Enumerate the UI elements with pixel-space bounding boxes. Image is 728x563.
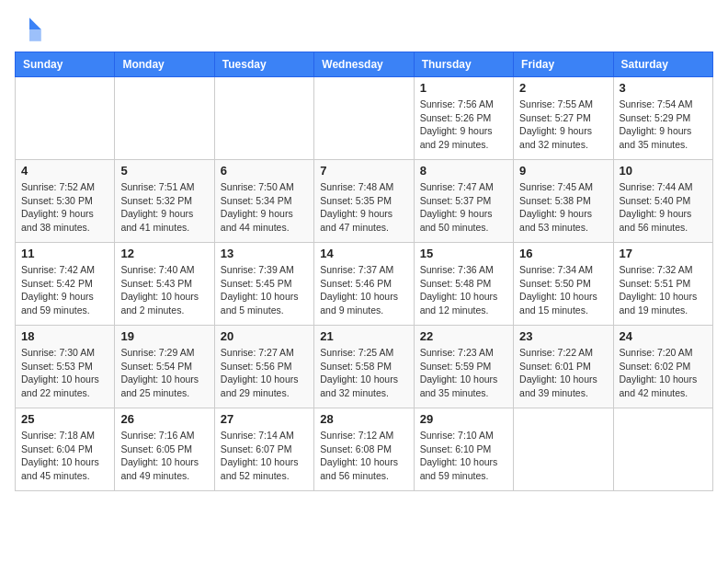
day-info: Sunrise: 7:23 AMSunset: 5:59 PMDaylight:… <box>420 346 507 400</box>
day-number: 28 <box>320 412 407 426</box>
calendar-cell: 1Sunrise: 7:56 AMSunset: 5:26 PMDaylight… <box>414 77 513 160</box>
day-info: Sunrise: 7:20 AMSunset: 6:02 PMDaylight:… <box>620 346 707 400</box>
day-number: 16 <box>519 247 607 260</box>
day-info: Sunrise: 7:18 AMSunset: 6:04 PMDaylight:… <box>21 429 108 483</box>
calendar-cell: 9Sunrise: 7:45 AMSunset: 5:38 PMDaylight… <box>514 160 613 243</box>
header-day-wednesday: Wednesday <box>314 52 414 77</box>
day-info: Sunrise: 7:40 AMSunset: 5:43 PMDaylight:… <box>120 263 208 317</box>
day-number: 29 <box>420 412 507 426</box>
day-number: 3 <box>620 81 707 95</box>
day-number: 6 <box>221 164 308 178</box>
day-number: 27 <box>221 412 308 426</box>
calendar-cell <box>16 77 115 160</box>
day-info: Sunrise: 7:47 AMSunset: 5:37 PMDaylight:… <box>420 180 507 235</box>
calendar-cell: 18Sunrise: 7:30 AMSunset: 5:53 PMDayligh… <box>16 326 115 408</box>
day-number: 25 <box>21 412 108 426</box>
calendar-cell: 23Sunrise: 7:22 AMSunset: 6:01 PMDayligh… <box>514 326 613 408</box>
day-number: 21 <box>320 329 407 343</box>
week-row-4: 18Sunrise: 7:30 AMSunset: 5:53 PMDayligh… <box>16 326 713 408</box>
calendar-cell <box>115 77 214 160</box>
day-number: 2 <box>519 81 607 95</box>
day-info: Sunrise: 7:16 AMSunset: 6:05 PMDaylight:… <box>120 429 208 483</box>
calendar-cell: 22Sunrise: 7:23 AMSunset: 5:59 PMDayligh… <box>414 326 513 408</box>
day-number: 26 <box>120 412 208 426</box>
calendar-cell: 15Sunrise: 7:36 AMSunset: 5:48 PMDayligh… <box>414 243 513 326</box>
calendar-cell: 19Sunrise: 7:29 AMSunset: 5:54 PMDayligh… <box>115 326 214 408</box>
calendar-cell: 21Sunrise: 7:25 AMSunset: 5:58 PMDayligh… <box>314 326 414 408</box>
calendar-cell: 16Sunrise: 7:34 AMSunset: 5:50 PMDayligh… <box>514 243 613 326</box>
day-info: Sunrise: 7:12 AMSunset: 6:08 PMDaylight:… <box>320 429 407 483</box>
day-info: Sunrise: 7:25 AMSunset: 5:58 PMDaylight:… <box>320 346 407 400</box>
header-day-tuesday: Tuesday <box>214 52 313 77</box>
day-number: 18 <box>21 329 108 343</box>
calendar-cell: 27Sunrise: 7:14 AMSunset: 6:07 PMDayligh… <box>214 408 313 491</box>
day-info: Sunrise: 7:10 AMSunset: 6:10 PMDaylight:… <box>420 429 507 483</box>
calendar-cell: 13Sunrise: 7:39 AMSunset: 5:45 PMDayligh… <box>214 243 313 326</box>
logo <box>15 15 48 44</box>
calendar-cell: 11Sunrise: 7:42 AMSunset: 5:42 PMDayligh… <box>16 243 115 326</box>
week-row-3: 11Sunrise: 7:42 AMSunset: 5:42 PMDayligh… <box>16 243 713 326</box>
calendar-cell: 29Sunrise: 7:10 AMSunset: 6:10 PMDayligh… <box>414 408 513 491</box>
page-header <box>15 15 713 44</box>
calendar-cell: 6Sunrise: 7:50 AMSunset: 5:34 PMDaylight… <box>214 160 313 243</box>
calendar-cell: 25Sunrise: 7:18 AMSunset: 6:04 PMDayligh… <box>16 408 115 491</box>
calendar-cell <box>314 77 414 160</box>
calendar-cell: 8Sunrise: 7:47 AMSunset: 5:37 PMDaylight… <box>414 160 513 243</box>
header-day-thursday: Thursday <box>414 52 513 77</box>
header-day-sunday: Sunday <box>16 52 115 77</box>
day-number: 4 <box>21 164 108 178</box>
week-row-2: 4Sunrise: 7:52 AMSunset: 5:30 PMDaylight… <box>16 160 713 243</box>
logo-icon <box>15 15 44 44</box>
svg-marker-1 <box>29 29 41 41</box>
header-row: SundayMondayTuesdayWednesdayThursdayFrid… <box>16 52 713 77</box>
calendar-cell <box>214 77 313 160</box>
day-number: 17 <box>620 247 707 260</box>
day-number: 8 <box>420 164 507 178</box>
day-info: Sunrise: 7:34 AMSunset: 5:50 PMDaylight:… <box>519 263 607 317</box>
day-info: Sunrise: 7:56 AMSunset: 5:26 PMDaylight:… <box>420 98 507 152</box>
day-number: 15 <box>420 247 507 260</box>
calendar-cell: 26Sunrise: 7:16 AMSunset: 6:05 PMDayligh… <box>115 408 214 491</box>
day-number: 7 <box>320 164 407 178</box>
svg-marker-0 <box>29 17 41 29</box>
day-info: Sunrise: 7:48 AMSunset: 5:35 PMDaylight:… <box>320 180 407 235</box>
day-info: Sunrise: 7:42 AMSunset: 5:42 PMDaylight:… <box>21 263 108 317</box>
day-number: 5 <box>120 164 208 178</box>
day-info: Sunrise: 7:29 AMSunset: 5:54 PMDaylight:… <box>120 346 208 400</box>
calendar-cell: 24Sunrise: 7:20 AMSunset: 6:02 PMDayligh… <box>613 326 712 408</box>
day-info: Sunrise: 7:14 AMSunset: 6:07 PMDaylight:… <box>221 429 308 483</box>
day-number: 24 <box>620 329 707 343</box>
day-number: 1 <box>420 81 507 95</box>
calendar-cell <box>514 408 613 491</box>
day-info: Sunrise: 7:32 AMSunset: 5:51 PMDaylight:… <box>620 263 707 317</box>
header-day-monday: Monday <box>115 52 214 77</box>
day-info: Sunrise: 7:27 AMSunset: 5:56 PMDaylight:… <box>221 346 308 400</box>
day-info: Sunrise: 7:22 AMSunset: 6:01 PMDaylight:… <box>519 346 607 400</box>
calendar-cell: 2Sunrise: 7:55 AMSunset: 5:27 PMDaylight… <box>514 77 613 160</box>
calendar-cell: 20Sunrise: 7:27 AMSunset: 5:56 PMDayligh… <box>214 326 313 408</box>
day-number: 11 <box>21 247 108 260</box>
calendar-header: SundayMondayTuesdayWednesdayThursdayFrid… <box>16 52 713 77</box>
calendar-cell: 5Sunrise: 7:51 AMSunset: 5:32 PMDaylight… <box>115 160 214 243</box>
day-info: Sunrise: 7:36 AMSunset: 5:48 PMDaylight:… <box>420 263 507 317</box>
calendar-cell: 7Sunrise: 7:48 AMSunset: 5:35 PMDaylight… <box>314 160 414 243</box>
day-number: 13 <box>221 247 308 260</box>
calendar-cell: 12Sunrise: 7:40 AMSunset: 5:43 PMDayligh… <box>115 243 214 326</box>
calendar-cell: 14Sunrise: 7:37 AMSunset: 5:46 PMDayligh… <box>314 243 414 326</box>
day-number: 23 <box>519 329 607 343</box>
calendar-cell: 4Sunrise: 7:52 AMSunset: 5:30 PMDaylight… <box>16 160 115 243</box>
day-number: 22 <box>420 329 507 343</box>
header-day-friday: Friday <box>514 52 613 77</box>
calendar-cell: 10Sunrise: 7:44 AMSunset: 5:40 PMDayligh… <box>613 160 712 243</box>
day-number: 14 <box>320 247 407 260</box>
calendar-cell: 28Sunrise: 7:12 AMSunset: 6:08 PMDayligh… <box>314 408 414 491</box>
day-info: Sunrise: 7:51 AMSunset: 5:32 PMDaylight:… <box>120 180 208 235</box>
day-number: 20 <box>221 329 308 343</box>
calendar-cell <box>613 408 712 491</box>
calendar-body: 1Sunrise: 7:56 AMSunset: 5:26 PMDaylight… <box>16 77 713 491</box>
day-info: Sunrise: 7:55 AMSunset: 5:27 PMDaylight:… <box>519 98 607 152</box>
calendar-cell: 3Sunrise: 7:54 AMSunset: 5:29 PMDaylight… <box>613 77 712 160</box>
day-info: Sunrise: 7:50 AMSunset: 5:34 PMDaylight:… <box>221 180 308 235</box>
day-info: Sunrise: 7:30 AMSunset: 5:53 PMDaylight:… <box>21 346 108 400</box>
calendar-table: SundayMondayTuesdayWednesdayThursdayFrid… <box>15 52 713 491</box>
